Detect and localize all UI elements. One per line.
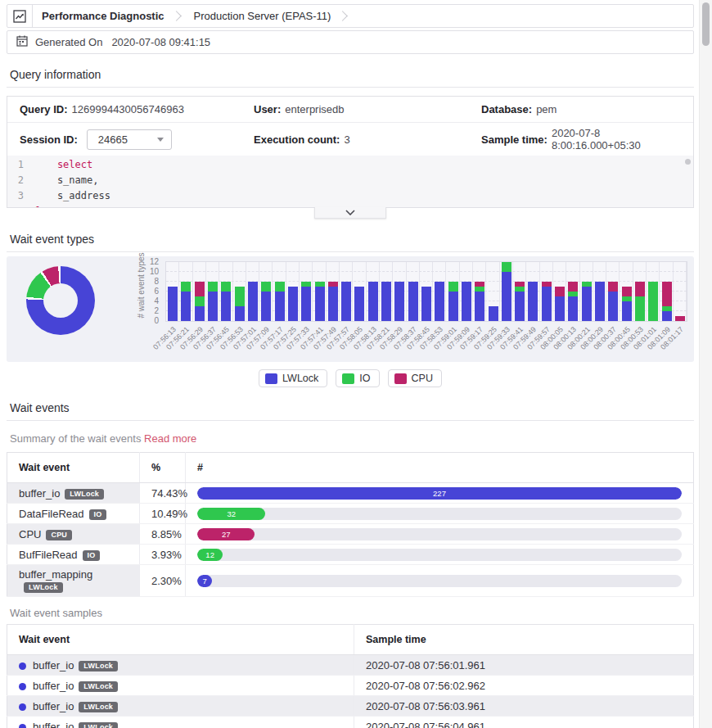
table-row: buffer_ioLWLock74.43%227 (7, 483, 694, 504)
stacked-bar[interactable] (381, 282, 391, 321)
event-color-dot-icon (19, 703, 26, 711)
stacked-bar[interactable] (261, 282, 271, 321)
stacked-bar[interactable] (328, 282, 338, 321)
count-bar-track: 27 (197, 528, 682, 540)
expand-sql-button[interactable] (314, 207, 386, 219)
bar-segment-lwlock (622, 301, 632, 321)
sql-code-text: select (34, 157, 92, 173)
sample-time-cell: 2020-07-08 07:56:02.962 (354, 676, 694, 696)
session-id-select[interactable]: 24665 (87, 129, 172, 150)
stacked-bar[interactable] (462, 282, 471, 321)
stacked-bar[interactable] (354, 287, 364, 321)
wait-event-samples-title: Wait event samples (10, 607, 691, 619)
wait-event-cell: buffer_mappingLWLock (7, 565, 140, 597)
bar-segment-lwlock (261, 292, 271, 321)
table-row: buffer_ioLWLock2020-07-08 07:56:02.962 (7, 676, 694, 696)
bar-segment-lwlock (181, 292, 191, 321)
stacked-bar[interactable] (181, 282, 191, 321)
bar-segment-io (635, 296, 645, 321)
stacked-bar[interactable] (235, 287, 245, 321)
stacked-bar[interactable] (502, 262, 511, 321)
generated-on-value: 2020-07-08 09:41:15 (111, 36, 210, 48)
stacked-bar[interactable] (341, 282, 351, 321)
bar-segment-lwlock (489, 306, 498, 321)
stacked-bar[interactable] (675, 316, 685, 321)
column-header-sample-time[interactable]: Sample time (354, 625, 694, 655)
stacked-bar[interactable] (435, 282, 444, 321)
sql-code-text: s_name, (34, 173, 98, 188)
stacked-bar[interactable] (195, 282, 205, 321)
breadcrumb-item-performance-diagnostic[interactable]: Performance Diagnostic (33, 10, 168, 22)
stacked-bar[interactable] (315, 282, 325, 321)
stacked-bar[interactable] (582, 282, 592, 321)
sql-line: 3 s_address (7, 188, 693, 204)
user-label: User: (254, 103, 281, 115)
bar-segment-lwlock (528, 282, 538, 321)
stacked-bar[interactable] (275, 282, 285, 321)
stacked-bar[interactable] (448, 282, 458, 321)
page-scrollbar-thumb[interactable] (702, 2, 710, 46)
donut-chart[interactable] (26, 266, 95, 335)
divider (7, 420, 694, 421)
stacked-bar[interactable] (408, 282, 418, 321)
stacked-bar[interactable] (368, 282, 378, 321)
bar-segment-lwlock (662, 311, 672, 321)
read-more-link[interactable]: Read more (144, 432, 196, 445)
bar-segment-lwlock (275, 292, 285, 321)
event-color-dot-icon (19, 683, 26, 690)
column-header-percent[interactable]: % (140, 453, 186, 483)
sample-event-type-badge: LWLock (79, 681, 118, 692)
column-header-count[interactable]: # (186, 453, 694, 483)
sql-scrollbar-thumb[interactable] (685, 159, 691, 165)
stacked-bar[interactable] (515, 282, 525, 321)
stacked-bar[interactable] (394, 282, 404, 321)
bar-segment-io (648, 282, 658, 321)
stacked-bar[interactable] (568, 282, 578, 321)
bar-segment-lwlock (448, 292, 458, 321)
column-header-wait-event[interactable]: Wait event (7, 625, 354, 655)
bar-segment-cpu (555, 287, 565, 296)
stacked-bar[interactable] (648, 282, 658, 321)
stacked-bar[interactable] (595, 282, 605, 321)
sample-time-cell: 2020-07-08 07:56:01.961 (354, 655, 694, 676)
bar-segment-lwlock (195, 306, 205, 321)
bar-segment-cpu (195, 282, 205, 296)
stacked-bar[interactable] (542, 282, 552, 321)
count-bar-fill: 27 (197, 528, 255, 540)
table-row: CPUCPU8.85%27 (7, 524, 694, 545)
legend-item-lwlock[interactable]: LWLock (259, 369, 327, 387)
stacked-bar[interactable] (248, 282, 258, 321)
stacked-bar[interactable] (528, 282, 538, 321)
stacked-bar[interactable] (635, 282, 645, 321)
percent-cell: 2.30% (140, 565, 186, 597)
stacked-bar[interactable] (475, 282, 484, 321)
stacked-bar[interactable] (301, 282, 311, 321)
stacked-bar[interactable] (489, 306, 498, 321)
legend-item-io[interactable]: IO (336, 369, 379, 387)
page-scrollbar[interactable] (699, 0, 712, 728)
stacked-bar[interactable] (168, 287, 178, 321)
sample-event-type-badge: LWLock (79, 702, 118, 712)
sql-query-editor[interactable]: 1 select2 s_name,3 s_address4from (7, 156, 693, 207)
stacked-bar[interactable] (555, 287, 565, 321)
execution-count-label: Execution count: (254, 133, 340, 146)
calendar-icon (16, 35, 28, 49)
y-tick-label: 10 (150, 267, 159, 276)
column-header-wait-event[interactable]: Wait event (7, 453, 140, 483)
wait-event-type-badge: LWLock (65, 489, 104, 500)
stacked-bar[interactable] (221, 282, 231, 321)
y-tick-label: 4 (154, 296, 159, 305)
bar-segment-lwlock (354, 287, 364, 321)
stacked-bar[interactable] (608, 282, 618, 321)
stacked-bar[interactable] (662, 282, 672, 321)
legend-item-cpu[interactable]: CPU (388, 369, 442, 387)
stacked-bar[interactable] (208, 282, 218, 321)
breadcrumb-item-server[interactable]: Production Server (EPAS-11) (185, 10, 335, 22)
stacked-bar[interactable] (421, 287, 431, 321)
donut-hole (43, 283, 78, 318)
stacked-bar[interactable] (622, 287, 632, 321)
bar-plot-area[interactable] (165, 261, 687, 322)
stacked-bar[interactable] (288, 287, 298, 321)
sample-event-name: buffer_io (33, 700, 74, 712)
execution-count-value: 3 (344, 133, 349, 146)
